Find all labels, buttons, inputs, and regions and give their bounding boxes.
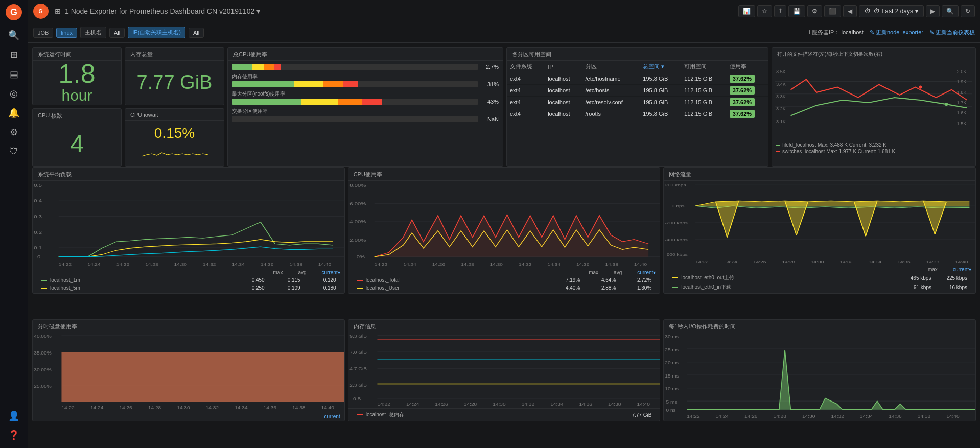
sidebar-help[interactable]: ❓ — [4, 427, 24, 444]
sidebar-search[interactable]: 🔍 — [4, 27, 24, 44]
sidebar-home[interactable]: ⊞ — [4, 46, 24, 63]
time-dropdown-icon: ▾ — [915, 8, 918, 15]
disk-title: 分时磁盘使用率 — [33, 320, 344, 333]
svg-text:14:30: 14:30 — [177, 405, 190, 410]
memory-usage-value: 31% — [480, 81, 499, 87]
svg-text:3.3K: 3.3K — [776, 94, 786, 99]
job-select[interactable]: linux — [56, 28, 77, 38]
swap-bar — [232, 116, 478, 122]
filesystem-title: 各分区可用空间 — [507, 48, 768, 61]
svg-text:14:26: 14:26 — [119, 405, 132, 410]
table-row: ext4localhost/rootfs195.8 GiB112.15 GiB3… — [507, 108, 768, 120]
share-button[interactable]: ⤴ — [774, 5, 786, 17]
svg-text:0.2: 0.2 — [34, 230, 42, 234]
svg-text:0%: 0% — [356, 254, 364, 259]
svg-text:14:40: 14:40 — [634, 262, 647, 267]
sidebar-logo: G — [6, 4, 22, 20]
sidebar-user[interactable]: 👤 — [4, 407, 24, 425]
uptime-value: 1.8 — [58, 60, 95, 87]
svg-text:14:34: 14:34 — [869, 260, 881, 264]
sidebar-explore[interactable]: ◎ — [4, 85, 24, 102]
dashboard: 系统运行时间 1.8 hour CPU 核数 4 内存总量 7.77 GiB C… — [28, 43, 980, 448]
svg-text:14:36: 14:36 — [889, 414, 902, 419]
server-info: i 服务器IP： localhost ✎ 更新node_exporter ✎ 更… — [809, 29, 975, 36]
series-1m: localhost_1m 0.450 0.115 0.120 — [37, 276, 340, 284]
sidebar-config[interactable]: ⚙ — [4, 124, 24, 141]
dashboard-link[interactable]: ✎ 更新当前仪表板 — [929, 29, 975, 36]
uptime-unit: hour — [61, 87, 92, 104]
cpu-usage-value: 2.7% — [480, 64, 499, 70]
time-range-button[interactable]: ⏱ ⏱ Last 2 days ▾ — [859, 5, 924, 17]
svg-marker-87 — [923, 201, 946, 234]
svg-text:0.1: 0.1 — [34, 246, 42, 250]
col-available[interactable]: 可用空间 — [681, 61, 727, 73]
svg-text:3.4K: 3.4K — [776, 82, 786, 87]
memory-bar — [232, 81, 478, 87]
svg-text:14:30: 14:30 — [489, 262, 502, 267]
usage-badge: 37.62% — [730, 98, 755, 106]
col-filesystem[interactable]: 文件系统 — [507, 61, 545, 73]
io-time-title: 每1秒内I/O操作耗费的时间 — [664, 320, 975, 333]
forward-time-button[interactable]: ▶ — [926, 5, 940, 17]
col-partition[interactable]: 分区 — [582, 61, 640, 73]
search-button[interactable]: 🔍 — [942, 5, 959, 17]
memory-info-panel: 内存信息 9.3 GiB 7.0 GiB 4.7 GiB 2.3 GiB 0 B… — [348, 319, 661, 421]
title-dropdown[interactable]: ▾ — [256, 7, 260, 15]
settings-button[interactable]: ⚙ — [807, 5, 822, 17]
file-descriptors-chart: 3.5K 3.4K 3.3K 3.2K 3.1K 2.0K 1.9K 1.8K … — [775, 60, 972, 140]
refresh-button[interactable]: ↻ — [961, 5, 975, 17]
svg-text:14:28: 14:28 — [145, 262, 158, 267]
back-time-button[interactable]: ◀ — [843, 5, 857, 17]
svg-text:14:36: 14:36 — [264, 405, 276, 410]
ip-select[interactable]: All — [189, 28, 204, 38]
svg-text:14:38: 14:38 — [918, 414, 931, 419]
sidebar-dashboards[interactable]: ▤ — [4, 65, 24, 83]
partition-usage-gauge: 最大分区(/rootfs)使用率 43% — [232, 90, 499, 105]
cpu-rate-title: CPU使用率 — [348, 168, 660, 181]
node-exporter-link[interactable]: ✎ 更新node_exporter — [870, 29, 923, 36]
sidebar-alerting[interactable]: 🔔 — [4, 104, 24, 122]
svg-text:7.0 GiB: 7.0 GiB — [349, 350, 367, 355]
network-table: max current▾ localhost_eth0_out上传 465 kb… — [664, 265, 975, 293]
row1: 系统运行时间 1.8 hour CPU 核数 4 内存总量 7.77 GiB C… — [32, 47, 976, 142]
io-time-panel: 每1秒内I/O操作耗费的时间 30 ms 25 ms 20 ms 15 ms 1… — [663, 319, 976, 421]
svg-text:4.00%: 4.00% — [349, 220, 366, 224]
svg-text:14:34: 14:34 — [550, 402, 563, 407]
tv-button[interactable]: ⬛ — [824, 5, 841, 17]
svg-text:20 ms: 20 ms — [665, 360, 680, 365]
col-usage[interactable]: 使用率 — [727, 61, 768, 73]
svg-marker-107 — [61, 352, 344, 402]
usage-badge: 37.62% — [730, 86, 755, 95]
add-panel-button[interactable]: 📊 — [738, 5, 755, 17]
svg-marker-61 — [374, 215, 648, 256]
svg-marker-84 — [716, 201, 739, 237]
cpu-cores-panel: CPU 核数 4 — [32, 108, 122, 167]
col-total[interactable]: 总空间 ▾ — [640, 61, 681, 73]
cpu-iowait-title: CPU iowait — [125, 109, 224, 121]
svg-text:14:38: 14:38 — [605, 262, 618, 267]
svg-text:14:32: 14:32 — [521, 402, 534, 407]
sidebar-shield[interactable]: 🛡 — [4, 143, 24, 160]
svg-text:1.5K: 1.5K — [957, 121, 967, 126]
svg-text:14:22: 14:22 — [61, 405, 74, 410]
memory-chart: 9.3 GiB 7.0 GiB 4.7 GiB 2.3 GiB 0 B 14:2… — [348, 333, 660, 408]
save-button[interactable]: 💾 — [788, 5, 805, 17]
disk-panel: 分时磁盘使用率 40.00% 35.00% 30.00% 25.00% 14:2… — [32, 319, 345, 421]
disk-legend: current — [33, 412, 344, 421]
svg-text:14:26: 14:26 — [744, 414, 758, 419]
server-ip-value: localhost — [842, 29, 864, 35]
svg-point-18 — [919, 86, 922, 89]
io-chart: 30 ms 25 ms 20 ms 15 ms 10 ms 5 ms 0 ns … — [664, 333, 975, 421]
col2-group: 内存总量 7.77 GiB CPU iowait 0.15% — [125, 47, 224, 167]
ip-label-select[interactable]: IP(自动关联主机名) — [128, 27, 185, 38]
col-ip[interactable]: IP — [545, 61, 582, 73]
svg-text:14:22: 14:22 — [59, 262, 72, 267]
svg-text:14:22: 14:22 — [687, 414, 700, 419]
cpu-iowait-value: 0.15% — [154, 125, 195, 142]
memory-total-panel: 内存总量 7.77 GiB — [125, 47, 224, 105]
svg-text:4.7 GiB: 4.7 GiB — [349, 367, 367, 371]
file-descriptors-legend: filefd_localhost Max: 3.488 K Current: 3… — [772, 140, 975, 156]
hostname-select[interactable]: All — [109, 28, 125, 38]
svg-text:14:32: 14:32 — [840, 260, 853, 264]
star-button[interactable]: ☆ — [757, 5, 772, 17]
